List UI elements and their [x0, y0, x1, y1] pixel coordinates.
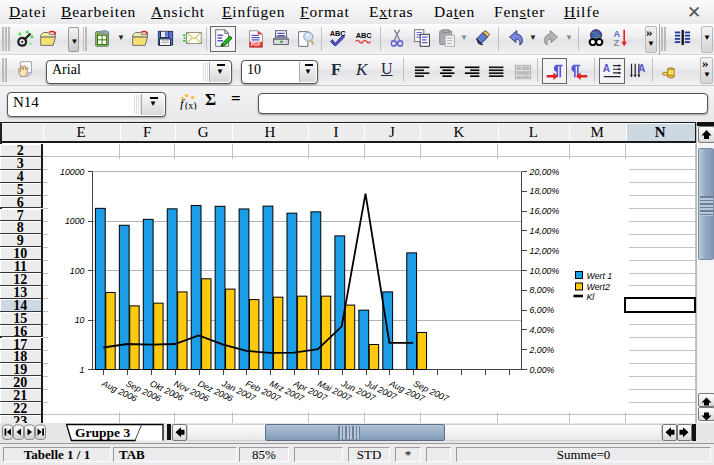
svg-text:Z: Z [614, 38, 620, 47]
svg-text:1000: 1000 [64, 216, 84, 226]
svg-text:(x): (x) [185, 100, 197, 110]
svg-text:14,00%: 14,00% [529, 225, 559, 235]
svg-text:A: A [638, 63, 645, 74]
svg-text:10,00%: 10,00% [529, 265, 559, 275]
svg-text:100: 100 [69, 265, 84, 275]
svg-text:2,00%: 2,00% [528, 344, 554, 354]
svg-text:A: A [603, 63, 611, 74]
svg-text:Kl: Kl [586, 291, 595, 301]
svg-text:8,00%: 8,00% [529, 285, 554, 295]
svg-text:Gruppe 3: Gruppe 3 [75, 425, 130, 440]
svg-text:PDF: PDF [251, 41, 261, 47]
svg-text:ABC: ABC [356, 31, 373, 40]
svg-text:18,00%: 18,00% [529, 186, 559, 196]
svg-text:0,00%: 0,00% [529, 364, 554, 374]
svg-text:16,00%: 16,00% [529, 206, 559, 216]
svg-text:10000: 10000 [60, 166, 85, 176]
svg-text:4,00%: 4,00% [529, 324, 554, 334]
svg-text:20,00%: 20,00% [528, 166, 559, 176]
svg-text:1: 1 [79, 364, 84, 374]
svg-text:10: 10 [74, 315, 84, 325]
svg-text:6,00%: 6,00% [529, 305, 554, 315]
svg-text:Wert2: Wert2 [586, 281, 609, 291]
svg-text:Wert 1: Wert 1 [586, 270, 612, 280]
svg-text:12,00%: 12,00% [529, 245, 559, 255]
